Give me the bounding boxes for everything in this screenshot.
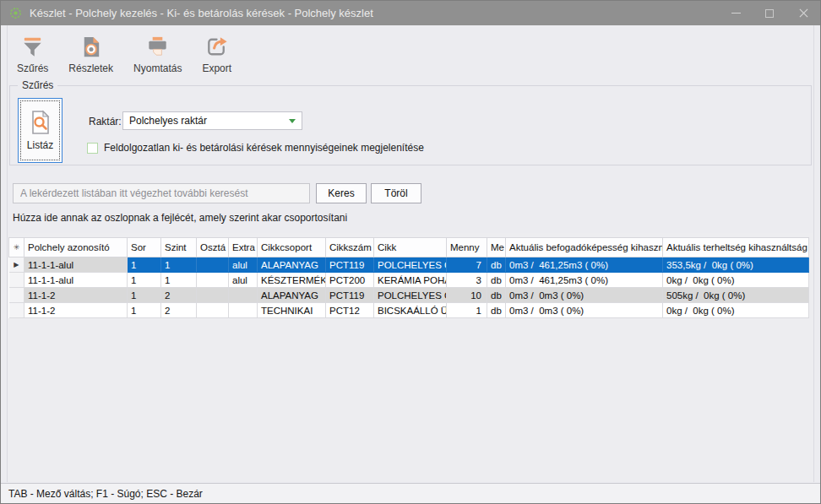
row-marker [9, 288, 24, 303]
grid-cell[interactable]: 2 [161, 288, 197, 303]
column-header-me[interactable]: Me [487, 238, 506, 257]
grid-cell[interactable]: 0kg / 0kg ( 0%) [663, 303, 809, 318]
grid-cell[interactable]: 10 [447, 288, 487, 303]
grid-cell[interactable]: KÉSZTERMÉK [258, 273, 326, 288]
toolbar-button-label: Export [202, 62, 231, 74]
title-bar[interactable]: Készlet - Polchely kezelés - Ki- és betá… [1, 1, 820, 25]
grid-cell[interactable] [197, 273, 229, 288]
column-header-polchely-azonosito[interactable]: Polchely azonosító [24, 238, 128, 257]
window-title: Készlet - Polchely kezelés - Ki- és betá… [30, 7, 373, 19]
status-bar: TAB - Mező váltás; F1 - Súgó; ESC - Bezá… [1, 483, 820, 503]
row-marker [9, 303, 24, 318]
header-row: ✳ Polchely azonosító Sor Szint Osztá Ext… [9, 238, 809, 257]
table-row[interactable]: 11-1-1-alul11alulKÉSZTERMÉKPCT200KERÁMIA… [9, 273, 809, 288]
app-icon [9, 7, 22, 19]
grid-cell[interactable] [229, 288, 258, 303]
chevron-down-icon [289, 119, 296, 123]
warehouse-select[interactable]: Polchelyes raktár [122, 111, 302, 130]
grid-cell[interactable]: 2 [161, 303, 197, 318]
content-area: Szűrés Részletek Nyomtatás [7, 25, 814, 482]
unprocessed-requests-checkbox[interactable] [87, 143, 98, 154]
column-header-cikk[interactable]: Cikk [374, 238, 447, 257]
grid-cell[interactable]: 1 [161, 257, 197, 273]
maximize-button[interactable] [753, 1, 786, 25]
column-header-terheltseg[interactable]: Aktuális terheltség kihasználtság [663, 238, 809, 257]
close-button[interactable] [786, 1, 820, 25]
grid-cell[interactable]: 1 [128, 257, 161, 273]
unprocessed-requests-checkbox-label[interactable]: Feldolgozatlan ki- és betárolási kérések… [104, 142, 424, 154]
grid-cell[interactable]: db [487, 273, 506, 288]
print-toolbar-button[interactable]: Nyomtatás [126, 30, 189, 76]
export-icon [204, 34, 230, 60]
grid-cell[interactable]: db [487, 257, 506, 273]
grid-cell[interactable]: 0m3 / 0m3 ( 0%) [506, 303, 663, 318]
grid-cell[interactable]: 353,5kg / 0kg ( 0%) [663, 257, 809, 273]
column-header-sor[interactable]: Sor [128, 238, 161, 257]
grid-cell[interactable]: 1 [447, 303, 487, 318]
grid-cell[interactable]: 3 [447, 273, 487, 288]
column-header-cikkszam[interactable]: Cikkszám [326, 238, 374, 257]
grid-cell[interactable]: 11-1-1-alul [24, 257, 128, 273]
grid-cell[interactable]: 0m3 / 461,25m3 ( 0%) [506, 273, 663, 288]
grid-cell[interactable]: KERÁMIA POHÁR [374, 273, 447, 288]
toolbar-button-label: Nyomtatás [133, 62, 182, 74]
grid-cell[interactable]: 1 [128, 273, 161, 288]
window-controls [719, 1, 820, 25]
warehouse-selected-value: Polchelyes raktár [129, 115, 207, 127]
grid-cell[interactable]: 0kg / 0kg ( 0%) [663, 273, 809, 288]
minimize-button[interactable] [719, 1, 753, 25]
column-header-extra[interactable]: Extra [229, 238, 258, 257]
grid-cell[interactable] [197, 288, 229, 303]
toolbar-button-label: Szűrés [17, 62, 48, 74]
clear-button[interactable]: Töröl [371, 183, 421, 203]
table-row[interactable]: 11-1-212TECHNIKAIPCT12BICSKAÁLLÓ ÜVE1db0… [9, 303, 809, 318]
column-header-mennyiseg[interactable]: Menny [447, 238, 487, 257]
grid-cell[interactable]: 11-1-2 [24, 303, 128, 318]
details-icon [78, 34, 104, 60]
grid-cell[interactable]: 1 [128, 303, 161, 318]
export-toolbar-button[interactable]: Export [194, 30, 239, 76]
grid-cell[interactable]: alul [229, 257, 258, 273]
grid-cell[interactable] [229, 303, 258, 318]
column-header-befogadokepesseg[interactable]: Aktuális befogadóképesség kihasznált [506, 238, 663, 257]
column-header-osztas[interactable]: Osztá [197, 238, 229, 257]
column-header-szint[interactable]: Szint [161, 238, 197, 257]
grid-cell[interactable]: TECHNIKAI [258, 303, 326, 318]
filter-icon [19, 34, 46, 60]
grid-cell[interactable]: 7 [447, 257, 487, 273]
search-button[interactable]: Keres [316, 183, 367, 203]
group-by-panel[interactable]: Húzza ide annak az oszlopnak a fejlécét,… [13, 212, 347, 224]
row-marker: ▶ [9, 257, 24, 273]
grid-cell[interactable]: 1 [161, 273, 197, 288]
grid-cell[interactable]: POLCHELYES CIK [374, 257, 447, 273]
grid-cell[interactable]: 505kg / 0kg ( 0%) [663, 288, 809, 303]
grid-cell[interactable]: ALAPANYAG [258, 257, 326, 273]
grid-cell[interactable]: 1 [128, 288, 161, 303]
grid-cell[interactable]: PCT200 [326, 273, 374, 288]
grid-cell[interactable]: 0m3 / 461,25m3 ( 0%) [506, 257, 663, 273]
search-input[interactable] [13, 183, 310, 203]
grid-cell[interactable] [197, 257, 229, 273]
list-button[interactable]: Listáz [18, 98, 63, 163]
grid-cell[interactable]: 0m3 / 0m3 ( 0%) [506, 288, 663, 303]
grid-cell[interactable]: PCT119 [326, 288, 374, 303]
grid-cell[interactable]: db [487, 303, 506, 318]
grid-cell[interactable]: db [487, 288, 506, 303]
details-toolbar-button[interactable]: Részletek [61, 30, 121, 76]
grid-cell[interactable]: 11-1-2 [24, 288, 128, 303]
filter-toolbar-button[interactable]: Szűrés [9, 30, 56, 76]
grid-cell[interactable]: PCT119 [326, 257, 374, 273]
grid-cell[interactable]: PCT12 [326, 303, 374, 318]
column-header-cikkcsoport[interactable]: Cikkcsoport [258, 238, 326, 257]
close-icon [799, 8, 808, 18]
grid-rows: ▶11-1-1-alul11alulALAPANYAGPCT119POLCHEL… [9, 257, 809, 318]
grid-cell[interactable]: alul [229, 273, 258, 288]
grid-cell[interactable]: ALAPANYAG [258, 288, 326, 303]
table-row[interactable]: 11-1-212ALAPANYAGPCT119POLCHELYES CIK10d… [9, 288, 809, 303]
grid-cell[interactable]: POLCHELYES CIK [374, 288, 447, 303]
row-marker [9, 273, 24, 288]
grid-cell[interactable]: BICSKAÁLLÓ ÜVE [374, 303, 447, 318]
grid-cell[interactable]: 11-1-1-alul [24, 273, 128, 288]
table-row[interactable]: ▶11-1-1-alul11alulALAPANYAGPCT119POLCHEL… [9, 257, 809, 273]
grid-cell[interactable] [197, 303, 229, 318]
